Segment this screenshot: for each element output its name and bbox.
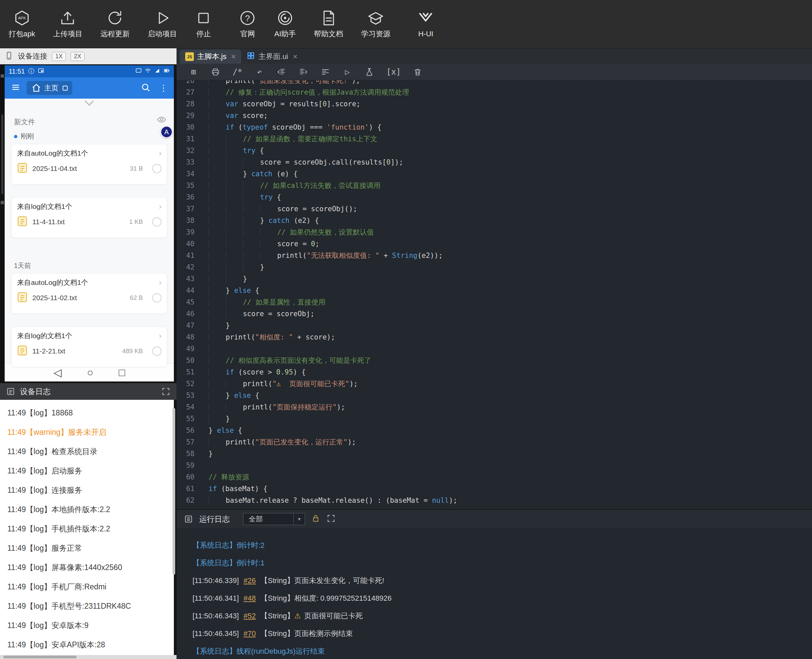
search-icon[interactable] bbox=[140, 82, 151, 94]
log-line-ref-link[interactable]: #52 bbox=[244, 612, 256, 620]
code-line[interactable]: 52 printl("⚠ 页面很可能已卡死"); bbox=[176, 378, 812, 390]
select-circle[interactable] bbox=[152, 347, 162, 356]
code-line[interactable]: 37 score = scoreObj(); bbox=[176, 203, 812, 215]
code-line[interactable]: 61if (baseMat) { bbox=[176, 483, 812, 495]
file-row[interactable]: 11-2-21.txt489 KB bbox=[12, 342, 167, 361]
dock-handle-icon[interactable] bbox=[1, 201, 4, 204]
code-line[interactable]: 48 printl("相似度: " + score); bbox=[176, 331, 812, 343]
code-line[interactable]: 62 baseMat.release ? baseMat.release() :… bbox=[176, 495, 812, 506]
select-circle[interactable] bbox=[152, 164, 162, 173]
code-editor[interactable]: 26 printl("页面未发生变化，可能卡死!");27 // 修复：正确访问… bbox=[176, 80, 812, 509]
file-row[interactable]: 2025-11-02.txt62 B bbox=[12, 289, 167, 307]
code-line[interactable]: 49 bbox=[176, 343, 812, 355]
code-line[interactable]: 55 } bbox=[176, 413, 812, 425]
code-line[interactable]: 40 score = 0; bbox=[176, 238, 812, 250]
close-icon[interactable]: × bbox=[293, 53, 297, 61]
log-line-ref-link[interactable]: #70 bbox=[244, 629, 256, 638]
file-card[interactable]: 来自autoLog的文档1个›2025-11-04.txt31 B bbox=[11, 144, 167, 184]
toolbar-button-hui[interactable]: H-UI bbox=[417, 10, 434, 38]
code-line[interactable]: 44 } else { bbox=[176, 285, 812, 296]
code-line[interactable]: 59 bbox=[176, 460, 812, 471]
code-line[interactable]: 32 try { bbox=[176, 145, 812, 156]
editor-tab-js[interactable]: JS主脚本.js× bbox=[180, 50, 241, 64]
toolbar-button-help-docs[interactable]: 帮助文档 bbox=[314, 9, 343, 39]
file-card[interactable]: 来自autoLog的文档1个›2025-11-02.txt62 B bbox=[11, 273, 167, 314]
code-line[interactable]: 38 } catch (e2) { bbox=[176, 215, 812, 227]
phone-screen-mirror[interactable]: 11:51 ⓘ 主页 ⋮ bbox=[5, 65, 174, 382]
toolbar-button-ai-assistant[interactable]: AI助手 bbox=[274, 9, 296, 39]
code-line[interactable]: 26 printl("页面未发生变化，可能卡死!"); bbox=[176, 80, 812, 87]
code-line[interactable]: 31 // 如果是函数，需要正确绑定this上下文 bbox=[176, 133, 812, 145]
log-line-ref-link[interactable]: #26 bbox=[244, 576, 256, 585]
code-line[interactable]: 54 printl("页面保持稳定运行"); bbox=[176, 402, 812, 413]
file-row[interactable]: 11-4-11.txt1 KB bbox=[12, 213, 167, 231]
code-line[interactable]: 35 // 如果call方法失败，尝试直接调用 bbox=[176, 180, 812, 192]
code-line[interactable]: 41 printl("无法获取相似度值: " + String(e2)); bbox=[176, 250, 812, 262]
scroll-lock-icon[interactable] bbox=[311, 514, 320, 524]
clear-icon[interactable] bbox=[413, 67, 423, 77]
tab-device-connection[interactable]: 设备连接 bbox=[18, 51, 47, 61]
code-line[interactable]: 42 } bbox=[176, 262, 812, 273]
file-row[interactable]: 2025-11-04.txt31 B bbox=[12, 159, 167, 178]
code-line[interactable]: 46 score = scoreObj; bbox=[176, 308, 812, 320]
home-button[interactable]: ○ bbox=[87, 367, 93, 378]
toolbar-button-upload-project[interactable]: 上传项目 bbox=[53, 9, 82, 39]
code-line[interactable]: 50 // 相似度高表示页面没有变化，可能是卡死了 bbox=[176, 355, 812, 366]
select-circle[interactable] bbox=[152, 293, 162, 303]
toolbar-button-stop[interactable]: 停止 bbox=[195, 9, 212, 39]
hscroll-thumb[interactable] bbox=[3, 656, 77, 658]
code-line[interactable]: 45 // 如果是属性，直接使用 bbox=[176, 296, 812, 308]
code-line[interactable]: 33 score = scoreObj.call(results[0]); bbox=[176, 156, 812, 168]
dock-handle-icon[interactable] bbox=[1, 74, 4, 77]
device-log-list[interactable]: 11:49【log】1886811:49【warning】服务未开启11:49【… bbox=[0, 400, 174, 655]
code-line[interactable]: 29 var score; bbox=[176, 110, 812, 121]
print-icon[interactable] bbox=[211, 67, 220, 77]
toolbar-button-website[interactable]: ?官网 bbox=[239, 9, 256, 39]
indent-icon[interactable] bbox=[298, 67, 308, 77]
toolbar-button-remote-update[interactable]: 远程更新 bbox=[100, 9, 129, 39]
expand-panel-icon[interactable] bbox=[161, 387, 170, 396]
code-line[interactable]: 56} else { bbox=[176, 425, 812, 437]
code-line[interactable]: 57 printl("页面已发生变化，运行正常"); bbox=[176, 437, 812, 448]
avatar[interactable]: A bbox=[161, 126, 173, 138]
device-log-scrollbar[interactable] bbox=[173, 408, 175, 575]
zoom-2x-button[interactable]: 2X bbox=[71, 52, 85, 61]
code-line[interactable]: 51 if (score > 0.95) { bbox=[176, 366, 812, 378]
zoom-1x-button[interactable]: 1X bbox=[52, 52, 66, 61]
log-filter-select[interactable]: 全部 ▾ bbox=[243, 513, 305, 525]
close-icon[interactable]: × bbox=[231, 53, 236, 61]
code-line[interactable]: 36 try { bbox=[176, 192, 812, 203]
code-line[interactable]: 27 // 修复：正确访问score值，根据Java方法调用规范处理 bbox=[176, 87, 812, 98]
debug-icon[interactable] bbox=[364, 67, 375, 77]
toolbar-button-run-project[interactable]: 启动项目 bbox=[148, 9, 177, 39]
format-code-icon[interactable] bbox=[320, 67, 330, 77]
toolbar-button-learning[interactable]: 学习资源 bbox=[361, 9, 390, 39]
run-log-list[interactable]: 【系统日志】倒计时:2【系统日志】倒计时:1[11:50:46.339] #26… bbox=[176, 528, 812, 659]
outdent-icon[interactable] bbox=[277, 67, 286, 77]
expand-log-icon[interactable] bbox=[326, 514, 336, 524]
menu-icon[interactable] bbox=[11, 82, 20, 94]
run-script-icon[interactable]: ▷ bbox=[342, 67, 352, 77]
new-file-icon[interactable]: ⊞ bbox=[189, 67, 198, 77]
recents-button[interactable]: □ bbox=[118, 367, 125, 378]
code-line[interactable]: 30 if (typeof scoreObj === 'function') { bbox=[176, 121, 812, 133]
device-log-hscrollbar[interactable] bbox=[0, 655, 176, 659]
editor-tab-ui[interactable]: 主界面.ui× bbox=[241, 50, 303, 64]
undo-icon[interactable]: ↶ bbox=[255, 67, 264, 77]
code-line[interactable]: 39 // 如果仍然失败，设置默认值 bbox=[176, 227, 812, 238]
code-line[interactable]: 28 var scoreObj = results[0].score; bbox=[176, 98, 812, 110]
dock-scroll-handle[interactable] bbox=[2, 114, 3, 194]
code-line[interactable]: 58} bbox=[176, 448, 812, 460]
toolbar-button-package-apk[interactable]: APK打包apk bbox=[9, 9, 35, 39]
collapse-chevron-icon[interactable] bbox=[83, 99, 96, 108]
code-line[interactable]: 43 } bbox=[176, 273, 812, 285]
code-line[interactable]: 47 } bbox=[176, 320, 812, 331]
comment-icon[interactable]: /* bbox=[233, 67, 242, 77]
overflow-menu-icon[interactable]: ⋮ bbox=[159, 84, 168, 92]
file-card[interactable]: 来自log的文档1个›11-2-21.txt489 KB bbox=[11, 326, 167, 367]
eye-icon[interactable] bbox=[157, 115, 167, 126]
back-button[interactable]: ◁ bbox=[53, 367, 61, 378]
select-circle[interactable] bbox=[152, 217, 162, 227]
code-line[interactable]: 60// 释放资源 bbox=[176, 471, 812, 483]
code-line[interactable]: 34 } catch (e) { bbox=[176, 168, 812, 180]
